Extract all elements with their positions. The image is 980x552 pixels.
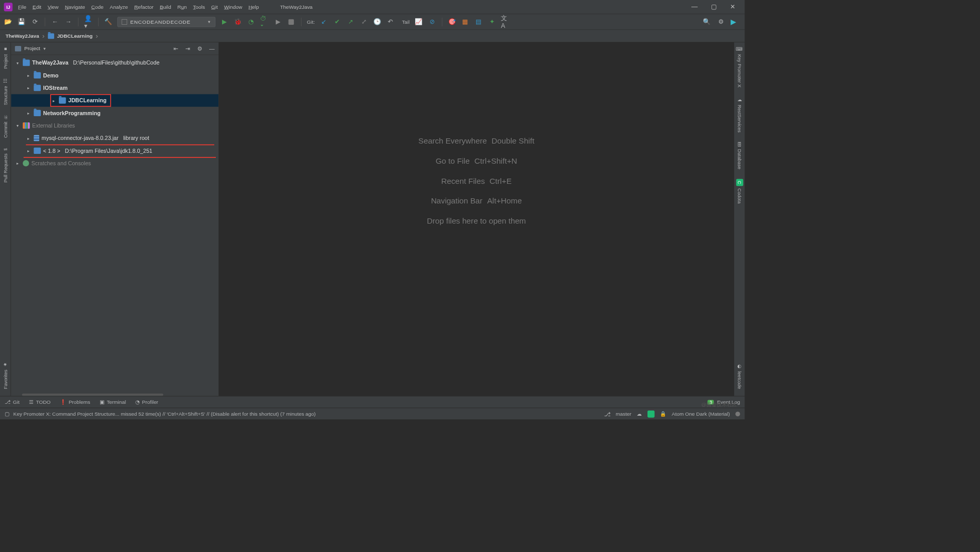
find-target-icon[interactable]: 🎯 <box>448 18 456 26</box>
menu-window[interactable]: Window <box>223 3 243 11</box>
tail-label: Tail <box>402 19 409 24</box>
tool-tab-favorites[interactable]: Favorites ★ <box>3 361 8 389</box>
chevron-right-icon[interactable]: ▸ <box>15 161 21 166</box>
tree-module-iostream[interactable]: ▸ IOStream <box>11 82 218 94</box>
module-label: JDBCLearning <box>68 97 106 103</box>
tool-tab-rest-services[interactable]: ☁ RestServices <box>737 97 742 132</box>
tool-tab-commit[interactable]: Commit ⎘ <box>3 115 8 138</box>
menu-file[interactable]: File <box>17 3 27 11</box>
tool-tab-structure[interactable]: Structure ☷ <box>3 78 8 105</box>
coverage-icon[interactable]: ◔ <box>247 18 256 26</box>
tree-module-demo[interactable]: ▸ Demo <box>11 69 218 82</box>
tool-tab-key-promoter[interactable]: ⌨ Key Promoter X <box>737 46 742 88</box>
menu-edit[interactable]: Edit <box>32 3 42 11</box>
menu-run[interactable]: Run <box>177 3 187 11</box>
bottom-tab-todo[interactable]: ☰ TODO <box>29 399 51 405</box>
git-pull-icon[interactable]: ↙ <box>320 18 328 26</box>
bottom-tab-git[interactable]: ⎇ Git <box>5 399 20 405</box>
git-rollback-icon[interactable]: ↶ <box>386 18 395 26</box>
tool-tab-project[interactable]: Project ■ <box>3 46 8 69</box>
translate-icon[interactable]: 文A <box>501 18 510 26</box>
bottom-tab-problems[interactable]: ❗ Problems <box>60 399 90 405</box>
menu-build[interactable]: Build <box>159 3 172 11</box>
no-entry-icon[interactable]: ⊘ <box>428 18 436 26</box>
tree-module-jdbclearning[interactable]: ▸ JDBCLearning <box>11 94 218 106</box>
breadcrumb-module[interactable]: JDBCLearning <box>57 33 93 39</box>
chevron-right-icon[interactable]: ▸ <box>26 85 31 90</box>
chevron-down-icon[interactable]: ▾ <box>15 123 21 128</box>
forward-icon[interactable]: → <box>64 18 73 26</box>
chevron-right-icon[interactable]: ▸ <box>26 148 31 153</box>
stop-icon[interactable] <box>287 18 296 26</box>
chevron-right-icon[interactable]: ▸ <box>51 98 57 103</box>
tree-external-libraries[interactable]: ▾ External Libraries <box>11 119 218 132</box>
lock-icon[interactable]: 🔒 <box>660 411 666 417</box>
menu-refactor[interactable]: Refactor <box>133 3 154 11</box>
external-libraries-label: External Libraries <box>32 122 75 129</box>
sync-icon[interactable]: ⟳ <box>30 18 39 26</box>
cloud-sync-icon[interactable]: ☁ <box>637 411 642 417</box>
tool-tab-codota[interactable]: C Codota <box>736 179 743 203</box>
tree-module-network[interactable]: ▸ NetworkProgramming <box>11 107 218 119</box>
settings-icon[interactable]: ⚙ <box>717 18 725 26</box>
menu-view[interactable]: View <box>47 3 59 11</box>
git-update-icon[interactable]: ⤢ <box>359 18 368 26</box>
git-branch-icon[interactable]: ⎇ <box>604 411 610 417</box>
open-icon[interactable]: 📂 <box>4 18 13 26</box>
debug-icon[interactable]: 🐞 <box>233 18 242 26</box>
chevron-right-icon[interactable]: ▸ <box>26 73 31 78</box>
profile-icon[interactable]: ⏱▾ <box>260 18 269 26</box>
run-anything-icon[interactable]: ▶ <box>274 18 282 26</box>
tree-root[interactable]: ▾ TheWay2Java D:\PersonalFiles\github\gi… <box>11 56 218 69</box>
menu-code[interactable]: Code <box>90 3 104 11</box>
tree-lib-jdk[interactable]: ▸ < 1.8 > D:\Program Files\Java\jdk1.8.0… <box>11 145 218 157</box>
bottom-tab-profiler[interactable]: ◔ Profiler <box>135 399 158 405</box>
close-button[interactable]: ✕ <box>730 3 735 10</box>
theme-name[interactable]: Atom One Dark (Material) <box>672 411 730 417</box>
tool-tab-pull-requests[interactable]: Pull Requests ⥮ <box>3 147 8 182</box>
puzzle-plugin-icon[interactable]: ✦ <box>487 18 496 26</box>
collapse-all-icon[interactable]: ⇥ <box>185 45 190 52</box>
menu-analyze[interactable]: Analyze <box>109 3 129 11</box>
breadcrumb-root[interactable]: TheWay2Java <box>6 33 39 39</box>
maximize-button[interactable]: ▢ <box>711 3 717 10</box>
tree-scratches[interactable]: ▸ Scratches and Consoles <box>11 157 218 169</box>
hammer-build-icon[interactable]: 🔨 <box>104 18 113 26</box>
tool-tab-leetcode[interactable]: ◐ leetcode <box>737 363 742 389</box>
panel-title[interactable]: Project <box>24 45 40 51</box>
branch-name[interactable]: master <box>616 411 631 417</box>
git-commit-icon[interactable]: ✔ <box>333 18 342 26</box>
bottom-tab-terminal[interactable]: ▣ Terminal <box>100 399 126 405</box>
folder-icon <box>23 60 30 66</box>
gear-icon[interactable]: ⚙ <box>197 45 202 52</box>
database-tool-icon[interactable]: ▤ <box>475 18 483 26</box>
run-icon[interactable]: ▶ <box>220 18 229 26</box>
menu-navigate[interactable]: Navigate <box>64 3 86 11</box>
back-icon[interactable]: ← <box>51 18 59 26</box>
hide-panel-icon[interactable]: — <box>209 45 215 52</box>
save-icon[interactable]: 💾 <box>17 18 26 26</box>
tool-tab-database[interactable]: 🗄 Database <box>737 142 742 169</box>
chevron-right-icon[interactable]: ▸ <box>26 111 31 116</box>
chevron-right-icon[interactable]: ▸ <box>26 136 31 141</box>
git-history-icon[interactable]: 🕒 <box>373 18 382 26</box>
chevron-down-icon[interactable]: ▼ <box>42 46 46 51</box>
memory-indicator-icon[interactable] <box>735 412 740 416</box>
menu-git[interactable]: Git <box>211 3 219 11</box>
user-dropdown-icon[interactable]: 👤▾ <box>84 18 93 26</box>
tail-chart-icon[interactable]: 📈 <box>414 18 423 26</box>
expand-selection-icon[interactable]: ⇤ <box>173 45 178 52</box>
run-config-selector[interactable]: ENCODEANDDECODE ▼ <box>117 17 215 27</box>
menu-help[interactable]: Help <box>248 3 260 11</box>
toolbox-play-icon[interactable]: ▶ <box>731 18 736 26</box>
menu-tools[interactable]: Tools <box>192 3 206 11</box>
tree-lib-mysql[interactable]: ▸ mysql-connector-java-8.0.23.jar librar… <box>11 132 218 144</box>
minimize-button[interactable]: ― <box>691 3 698 10</box>
status-window-icon[interactable]: ▢ <box>5 411 9 417</box>
search-icon[interactable]: 🔍 <box>702 18 711 26</box>
project-tree[interactable]: ▾ TheWay2Java D:\PersonalFiles\github\gi… <box>11 55 218 393</box>
git-push-icon[interactable]: ↗ <box>346 18 355 26</box>
grid-plugin-icon[interactable]: ▦ <box>461 18 470 26</box>
chevron-down-icon[interactable]: ▾ <box>15 60 21 66</box>
codota-status-icon[interactable] <box>647 411 655 418</box>
